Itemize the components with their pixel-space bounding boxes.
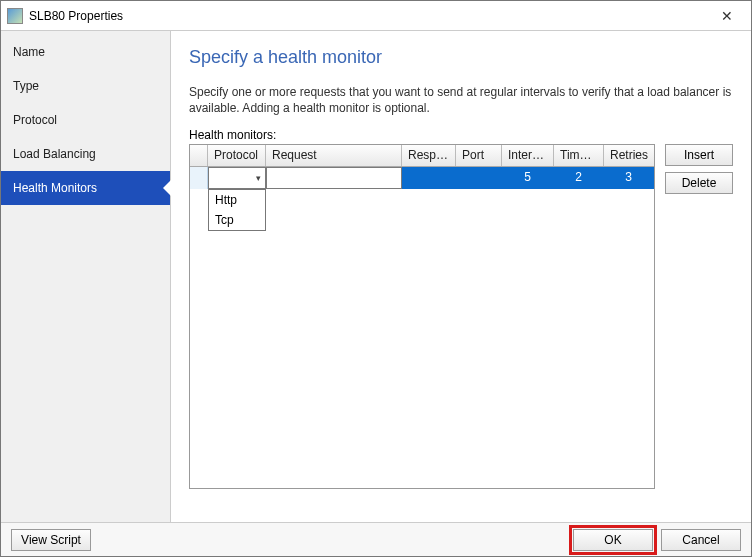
window-title: SLB80 Properties xyxy=(29,9,707,23)
grid-area: Protocol Request Respo... Port Interval … xyxy=(189,144,733,514)
grid-label: Health monitors: xyxy=(189,128,733,142)
page-heading: Specify a health monitor xyxy=(189,47,733,68)
grid-row[interactable]: ▾ 5 2 3 xyxy=(190,167,654,189)
sidebar: Name Type Protocol Load Balancing Health… xyxy=(1,31,171,522)
close-button[interactable]: ✕ xyxy=(707,2,747,30)
col-response[interactable]: Respo... xyxy=(402,145,456,166)
protocol-dropdown-list[interactable]: Http Tcp xyxy=(208,189,266,231)
ok-button[interactable]: OK xyxy=(573,529,653,551)
insert-button[interactable]: Insert xyxy=(665,144,733,166)
sidebar-item-name[interactable]: Name xyxy=(1,35,170,69)
grid-header: Protocol Request Respo... Port Interval … xyxy=(190,145,654,167)
dialog-body: Name Type Protocol Load Balancing Health… xyxy=(1,31,751,522)
view-script-button[interactable]: View Script xyxy=(11,529,91,551)
sidebar-item-type[interactable]: Type xyxy=(1,69,170,103)
cell-port[interactable] xyxy=(456,167,502,189)
protocol-option-http[interactable]: Http xyxy=(209,190,265,210)
cell-retries[interactable]: 3 xyxy=(604,167,654,189)
cell-response[interactable] xyxy=(402,167,456,189)
col-retries[interactable]: Retries xyxy=(604,145,654,166)
delete-button[interactable]: Delete xyxy=(665,172,733,194)
protocol-combobox[interactable] xyxy=(208,167,266,189)
sidebar-item-protocol[interactable]: Protocol xyxy=(1,103,170,137)
cell-protocol[interactable]: ▾ xyxy=(208,167,266,189)
grid-side-buttons: Insert Delete xyxy=(665,144,733,514)
sidebar-item-load-balancing[interactable]: Load Balancing xyxy=(1,137,170,171)
col-interval[interactable]: Interval xyxy=(502,145,554,166)
cell-request[interactable] xyxy=(266,167,402,189)
col-protocol[interactable]: Protocol xyxy=(208,145,266,166)
page-description: Specify one or more requests that you wa… xyxy=(189,84,733,116)
col-request[interactable]: Request xyxy=(266,145,402,166)
sidebar-item-health-monitors[interactable]: Health Monitors xyxy=(1,171,170,205)
col-port[interactable]: Port xyxy=(456,145,502,166)
health-monitors-grid[interactable]: Protocol Request Respo... Port Interval … xyxy=(189,144,655,489)
properties-dialog: SLB80 Properties ✕ Name Type Protocol Lo… xyxy=(0,0,752,557)
dialog-footer: View Script OK Cancel xyxy=(1,522,751,556)
main-panel: Specify a health monitor Specify one or … xyxy=(171,31,751,522)
cell-timeout[interactable]: 2 xyxy=(554,167,604,189)
col-timeout[interactable]: Time-... xyxy=(554,145,604,166)
request-input[interactable] xyxy=(266,167,402,189)
titlebar: SLB80 Properties ✕ xyxy=(1,1,751,31)
app-icon xyxy=(7,8,23,24)
col-row-selector xyxy=(190,145,208,166)
close-icon: ✕ xyxy=(721,8,733,24)
protocol-option-tcp[interactable]: Tcp xyxy=(209,210,265,230)
cell-interval[interactable]: 5 xyxy=(502,167,554,189)
row-selector[interactable] xyxy=(190,167,208,189)
cancel-button[interactable]: Cancel xyxy=(661,529,741,551)
